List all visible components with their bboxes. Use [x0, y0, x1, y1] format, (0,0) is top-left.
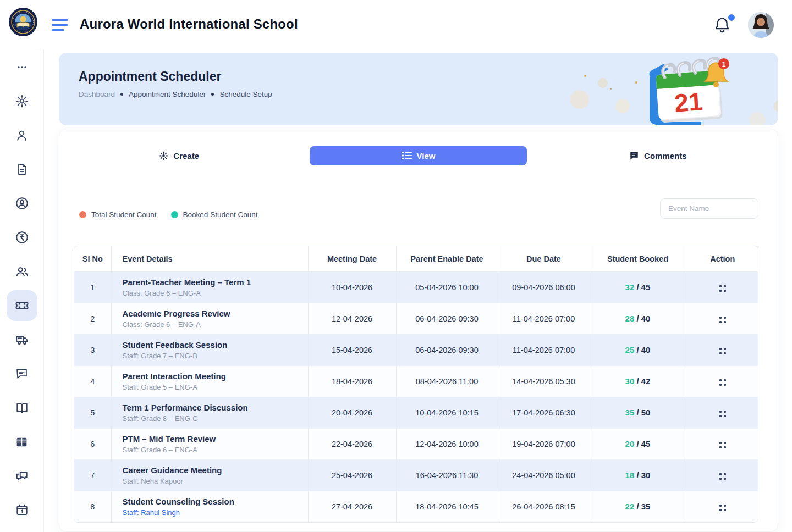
col-event-details: Event Details: [111, 246, 308, 271]
sidebar-item-table[interactable]: [7, 426, 37, 457]
scheduler-card: CreateViewComments Total Student CountBo…: [59, 129, 778, 532]
sidebar-item-document[interactable]: [7, 154, 37, 185]
sidebar-item-calendar[interactable]: [7, 495, 37, 525]
total-count: / 42: [634, 376, 650, 386]
cell-event-details: Parent-Teacher Meeting – Term 1Class: Gr…: [111, 271, 308, 303]
col-action: Action: [686, 246, 758, 271]
topbar: Aurora World International School: [0, 0, 792, 49]
hamburger-menu-icon[interactable]: [52, 19, 68, 31]
cell-due-date: 11-04-2026 07:00: [498, 303, 590, 334]
booked-count: 32: [625, 282, 635, 292]
row-actions-grip-icon[interactable]: [717, 283, 728, 294]
cell-sl-no: 1: [74, 271, 111, 303]
notification-bell-icon[interactable]: [714, 16, 733, 35]
legend-label: Total Student Count: [91, 210, 157, 219]
table-icon: [15, 435, 29, 449]
total-count: / 35: [634, 502, 650, 511]
list-icon: [402, 151, 412, 160]
event-title: Parent Interaction Meeting: [123, 372, 308, 381]
event-title: Term 1 Performance Discussion: [123, 403, 308, 412]
cell-sl-no: 4: [74, 365, 111, 397]
breadcrumb: DashboardAppointment SchedulerSchedule S…: [79, 90, 272, 98]
sidebar-item-chat[interactable]: [7, 358, 37, 389]
booked-count: 22: [625, 502, 635, 511]
event-subtitle[interactable]: Staff: Rahul Singh: [123, 508, 308, 517]
sidebar-item-messages[interactable]: [7, 461, 37, 491]
breadcrumb-separator: [211, 93, 214, 96]
sidebar-item-ellipsis[interactable]: [7, 52, 37, 82]
sidebar-item-user-circle[interactable]: [7, 188, 37, 219]
cell-meeting-date: 27-04-2026: [308, 491, 396, 522]
sidebar-item-book[interactable]: [7, 392, 37, 423]
cell-action: [686, 397, 758, 428]
sidebar-item-ticket[interactable]: [7, 290, 37, 321]
row-actions-grip-icon[interactable]: [717, 314, 728, 325]
event-subtitle: Staff: Grade 6 – ENG-A: [123, 446, 308, 454]
tab-zone: Create: [59, 146, 299, 165]
events-table: Sl NoEvent DetailsMeeting DateParent Ena…: [74, 246, 758, 523]
sidebar-item-users[interactable]: [7, 256, 37, 287]
cell-action: [686, 365, 758, 397]
tab-create[interactable]: Create: [151, 146, 207, 165]
event-subtitle: Staff: Neha Kapoor: [123, 477, 308, 485]
tab-bar: CreateViewComments: [59, 146, 778, 165]
breadcrumb-item[interactable]: Dashboard: [79, 90, 115, 98]
row-actions-grip-icon[interactable]: [717, 502, 728, 513]
calendar-illustration: 21: [635, 57, 730, 125]
row-actions-grip-icon[interactable]: [717, 471, 728, 482]
row-actions-grip-icon[interactable]: [717, 377, 728, 388]
cell-sl-no: 5: [74, 397, 111, 428]
row-actions-grip-icon[interactable]: [717, 408, 728, 419]
calendar-icon: [15, 503, 29, 517]
calendar-day: 21: [673, 87, 703, 117]
col-student-booked: Student Booked: [590, 246, 686, 271]
banner-decoration: [598, 78, 608, 88]
cell-due-date: 14-04-2026 05:30: [498, 365, 590, 397]
booked-count: 25: [625, 345, 635, 354]
tab-view[interactable]: View: [310, 146, 527, 165]
cell-due-date: 24-04-2026 05:00: [498, 459, 590, 491]
cell-due-date: 19-04-2026 07:00: [498, 428, 590, 459]
cell-due-date: 11-04-2026 07:00: [498, 334, 590, 365]
tab-label: View: [417, 151, 436, 160]
sidebar-item-bus[interactable]: [7, 324, 37, 355]
row-actions-grip-icon[interactable]: [717, 346, 728, 357]
breadcrumb-item[interactable]: Appointment Scheduler: [129, 90, 206, 98]
cell-student-booked: 22 / 35: [590, 491, 686, 522]
legend-item: Booked Student Count: [171, 210, 258, 219]
ticket-icon: [14, 298, 30, 313]
booked-count: 20: [625, 439, 635, 448]
event-name-input[interactable]: [660, 198, 758, 219]
user-avatar[interactable]: [748, 12, 774, 38]
gear-icon: [15, 94, 29, 108]
booked-count: 35: [625, 408, 635, 417]
breadcrumb-item[interactable]: Schedule Setup: [219, 90, 272, 98]
booked-count: 18: [625, 470, 635, 480]
cell-parent-enable-date: 16-04-2026 11:30: [396, 459, 498, 491]
page-title: Appointment Scheduler: [79, 69, 221, 84]
cell-event-details: Term 1 Performance DiscussionStaff: Grad…: [111, 397, 308, 428]
chat-icon: [15, 367, 29, 381]
legend: Total Student CountBooked Student Count: [79, 210, 257, 219]
sidebar-item-rupee-coin[interactable]: [7, 222, 37, 253]
sidebar-item-gear[interactable]: [7, 86, 37, 117]
legend-item: Total Student Count: [79, 210, 157, 219]
table-row: 7Career Guidance MeetingStaff: Neha Kapo…: [74, 459, 758, 491]
row-actions-grip-icon[interactable]: [717, 440, 728, 451]
cell-event-details: Parent Interaction MeetingStaff: Grade 5…: [111, 365, 308, 397]
sidebar-item-user[interactable]: [7, 120, 37, 151]
col-parent-enable-date: Parent Enable Date: [396, 246, 498, 271]
event-subtitle: Class: Grade 6 – ENG-A: [123, 289, 308, 297]
cell-parent-enable-date: 18-04-2026 10:45: [396, 491, 498, 522]
cell-sl-no: 7: [74, 459, 111, 491]
tab-comments[interactable]: Comments: [622, 146, 695, 165]
user-circle-icon: [15, 196, 29, 210]
cell-due-date: 17-04-2026 06:30: [498, 397, 590, 428]
cell-sl-no: 8: [74, 491, 111, 522]
cell-parent-enable-date: 12-04-2026 10:00: [396, 428, 498, 459]
banner-decoration: [774, 100, 778, 112]
cell-event-details: Academic Progress ReviewClass: Grade 6 –…: [111, 303, 308, 334]
ellipsis-icon: [15, 60, 29, 74]
cell-parent-enable-date: 05-04-2026 10:00: [396, 271, 498, 303]
table-header-row: Sl NoEvent DetailsMeeting DateParent Ena…: [74, 246, 758, 271]
